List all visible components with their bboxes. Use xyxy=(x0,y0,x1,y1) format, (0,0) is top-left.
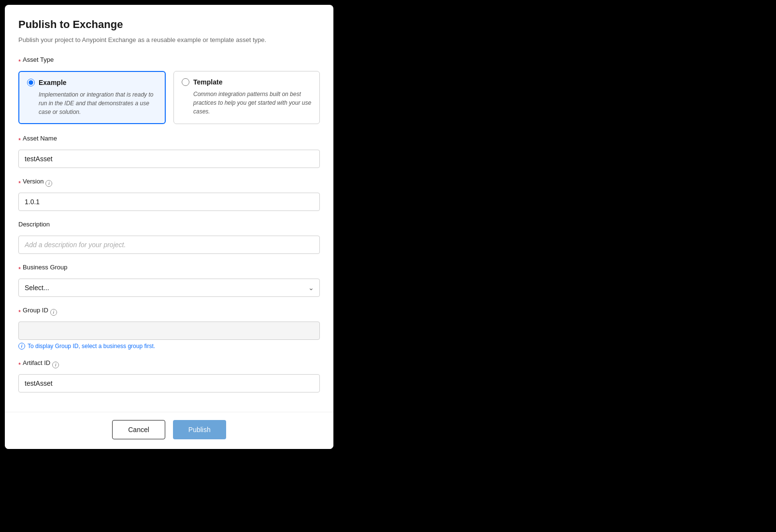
example-radio-row: Example xyxy=(27,79,157,86)
business-group-required: * xyxy=(18,266,21,273)
artifact-id-section: * Artifact ID i xyxy=(18,359,320,392)
publish-button[interactable]: Publish xyxy=(173,420,226,439)
business-group-wrapper: Select... ⌄ xyxy=(18,279,320,297)
dialog-subtitle: Publish your project to Anypoint Exchang… xyxy=(18,36,320,44)
group-id-label-row: * Group ID i xyxy=(18,307,320,318)
business-group-section: * Business Group Select... ⌄ xyxy=(18,264,320,297)
version-input[interactable] xyxy=(18,193,320,211)
cancel-button[interactable]: Cancel xyxy=(112,420,165,439)
asset-name-label-row: * Asset Name xyxy=(18,135,320,146)
description-input[interactable] xyxy=(18,236,320,254)
group-id-info-icon[interactable]: i xyxy=(50,309,57,316)
version-label-row: * Version i xyxy=(18,178,320,189)
group-id-label: Group ID xyxy=(23,307,48,314)
asset-type-label: Asset Type xyxy=(23,56,54,63)
description-label-row: Description xyxy=(18,221,320,232)
asset-type-label-row: * Asset Type xyxy=(18,56,320,67)
business-group-select[interactable]: Select... xyxy=(18,279,320,297)
publish-dialog: Publish to Exchange Publish your project… xyxy=(5,5,333,449)
dialog-title: Publish to Exchange xyxy=(18,18,320,31)
artifact-id-required: * xyxy=(18,361,21,368)
asset-name-required: * xyxy=(18,137,21,144)
version-info-icon[interactable]: i xyxy=(45,180,52,187)
asset-name-label: Asset Name xyxy=(23,135,57,142)
group-id-hint-icon: i xyxy=(18,343,25,350)
template-label: Template xyxy=(193,78,222,86)
group-id-hint-text: To display Group ID, select a business g… xyxy=(28,343,155,350)
version-required: * xyxy=(18,180,21,187)
group-id-section: * Group ID i i To display Group ID, sele… xyxy=(18,307,320,350)
asset-type-example-card[interactable]: Example Implementation or integration th… xyxy=(18,71,166,124)
asset-name-input[interactable] xyxy=(18,150,320,168)
template-radio-row: Template xyxy=(182,78,312,86)
dialog-body: Publish to Exchange Publish your project… xyxy=(5,5,333,412)
artifact-id-label: Artifact ID xyxy=(23,359,50,366)
example-radio[interactable] xyxy=(27,79,35,86)
description-label: Description xyxy=(18,221,50,228)
group-id-required: * xyxy=(18,308,21,316)
description-section: Description xyxy=(18,221,320,254)
asset-type-required: * xyxy=(18,58,21,65)
asset-type-cards: Example Implementation or integration th… xyxy=(18,71,320,124)
example-description: Implementation or integration that is re… xyxy=(27,90,157,116)
template-radio[interactable] xyxy=(182,78,189,86)
group-id-hint: i To display Group ID, select a business… xyxy=(18,343,320,350)
asset-type-template-card[interactable]: Template Common integration patterns bui… xyxy=(173,71,320,124)
template-description: Common integration patterns built on bes… xyxy=(182,90,312,116)
artifact-id-input[interactable] xyxy=(18,374,320,392)
dialog-footer: Cancel Publish xyxy=(5,412,333,449)
business-group-label: Business Group xyxy=(23,264,68,271)
business-group-label-row: * Business Group xyxy=(18,264,320,275)
example-label: Example xyxy=(39,79,67,86)
asset-name-section: * Asset Name xyxy=(18,135,320,168)
asset-type-section: * Asset Type Example Implementation or i… xyxy=(18,56,320,124)
version-label: Version xyxy=(23,178,43,185)
artifact-id-label-row: * Artifact ID i xyxy=(18,359,320,370)
version-section: * Version i xyxy=(18,178,320,211)
artifact-id-info-icon[interactable]: i xyxy=(52,362,59,368)
group-id-input xyxy=(18,322,320,340)
